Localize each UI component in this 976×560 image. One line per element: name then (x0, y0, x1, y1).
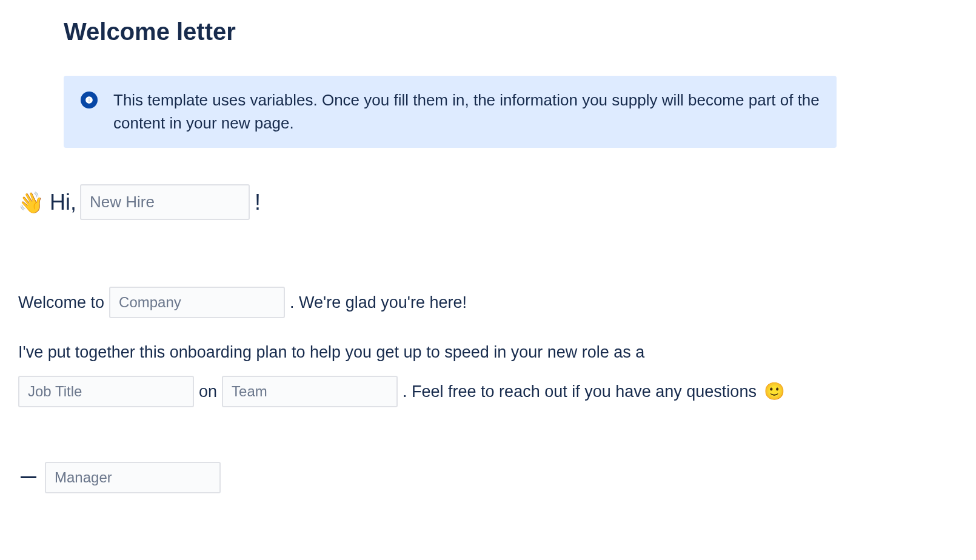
greeting-hi-text: Hi, (50, 190, 76, 215)
info-panel-text: This template uses variables. Once you f… (113, 89, 820, 135)
onboarding-intro-text: I've put together this onboarding plan t… (18, 340, 644, 365)
company-input[interactable] (109, 287, 285, 318)
welcome-line: Welcome to . We're glad you're here! (18, 287, 958, 318)
manager-input[interactable] (45, 462, 221, 493)
info-icon (81, 92, 98, 108)
role-line: on . Feel free to reach out if you have … (18, 376, 958, 407)
job-title-input[interactable] (18, 376, 194, 407)
welcome-to-text: Welcome to (18, 290, 104, 315)
page-title: Welcome letter (64, 18, 958, 45)
on-text: on (199, 379, 217, 404)
info-panel: This template uses variables. Once you f… (64, 76, 837, 148)
team-input[interactable] (222, 376, 398, 407)
wave-emoji-icon: 👋 (18, 190, 44, 215)
svg-point-0 (89, 98, 90, 99)
smile-emoji-icon: 🙂 (764, 381, 785, 401)
glad-here-text: . We're glad you're here! (290, 290, 467, 315)
new-hire-input[interactable] (80, 184, 250, 220)
svg-rect-1 (89, 99, 89, 102)
signature-line (18, 462, 958, 493)
reach-out-text: . Feel free to reach out if you have any… (403, 379, 757, 404)
greeting-line: 👋 Hi, ! (18, 184, 958, 220)
em-dash-icon (21, 476, 36, 478)
onboarding-intro-line: I've put together this onboarding plan t… (18, 340, 958, 365)
greeting-exclaim: ! (255, 190, 261, 215)
